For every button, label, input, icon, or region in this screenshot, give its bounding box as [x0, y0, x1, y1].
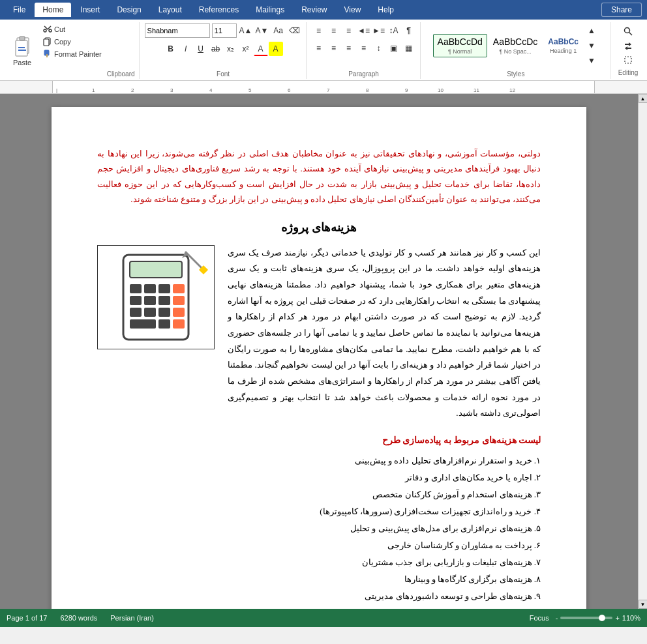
zoom-plus-button[interactable]: +: [615, 614, 619, 622]
bullets-button[interactable]: ≡: [312, 23, 326, 38]
font-size-input[interactable]: [212, 23, 237, 38]
calculator-svg: [104, 248, 208, 346]
style-heading1-preview: AaBbCc: [548, 37, 579, 46]
align-right-button[interactable]: ≡: [342, 41, 356, 55]
scroll-up-button[interactable]: ▲: [639, 94, 648, 103]
indent-increase-button[interactable]: ►≡: [372, 23, 386, 38]
styles-scroll-up[interactable]: ▲: [584, 23, 599, 38]
tab-design[interactable]: Design: [109, 3, 149, 17]
language: Persian (Iran): [110, 614, 154, 622]
paste-button[interactable]: Paste: [7, 23, 38, 78]
calculator-image: [97, 245, 215, 349]
superscript-button[interactable]: x²: [239, 42, 253, 56]
indent-decrease-button[interactable]: ◄≡: [357, 23, 371, 38]
scroll-down-button[interactable]: ▼: [639, 600, 648, 609]
style-no-spacing-label: ¶ No Spac...: [499, 48, 531, 55]
tab-view[interactable]: View: [337, 3, 369, 17]
tab-home[interactable]: Home: [35, 3, 71, 17]
svg-rect-27: [158, 319, 170, 329]
bold-button[interactable]: B: [164, 42, 178, 56]
svg-rect-23: [144, 308, 156, 317]
svg-rect-25: [173, 308, 185, 317]
sort-button[interactable]: ↕A: [387, 23, 401, 38]
style-no-spacing-preview: AaBbCcDc: [493, 37, 537, 48]
paragraph-top-row: ≡ ≡ ≡ ◄≡ ►≡ ↕A ¶: [312, 23, 416, 38]
underline-button[interactable]: U: [194, 42, 208, 56]
line-spacing-button[interactable]: ↕: [372, 41, 386, 55]
share-button[interactable]: Share: [601, 3, 642, 17]
style-heading1[interactable]: AaBbCc Heading 1: [543, 35, 583, 57]
section-title: هزینه‌های پروژه: [97, 220, 541, 235]
list-item: ۱. خرید و استقرار نرم‌افزارهای تحلیل داد…: [97, 452, 541, 469]
svg-rect-15: [144, 284, 156, 293]
list-item: ۸. هزینه‌های برگزاری کارگاه‌ها و وبیناره…: [97, 571, 541, 588]
font-name-row: A▲ A▼ Aa ⌫: [145, 23, 302, 38]
svg-rect-21: [173, 296, 185, 305]
styles-scroll-down[interactable]: ▼: [584, 38, 599, 53]
align-left-button[interactable]: ≡: [312, 41, 326, 55]
styles-group: AaBbCcDd ¶ Normal AaBbCcDc ¶ No Spac... …: [422, 22, 610, 79]
format-painter-icon: [43, 50, 52, 59]
zoom-slider[interactable]: [560, 617, 612, 619]
zoom-minus-button[interactable]: -: [556, 614, 558, 622]
svg-rect-11: [625, 57, 631, 63]
font-label: Font: [217, 68, 230, 78]
style-no-spacing[interactable]: AaBbCcDc ¶ No Spac...: [489, 34, 542, 58]
select-button[interactable]: [621, 54, 635, 66]
subscript-button[interactable]: x₂: [224, 42, 238, 56]
word-count: 6280 words: [60, 614, 97, 622]
editing-label: Editing: [618, 66, 639, 76]
svg-rect-28: [173, 319, 185, 329]
numbering-button[interactable]: ≡: [327, 23, 341, 38]
svg-rect-6: [44, 39, 49, 46]
tab-insert[interactable]: Insert: [72, 3, 108, 17]
borders-button[interactable]: ▦: [402, 41, 416, 55]
styles-more[interactable]: ▼: [584, 53, 599, 68]
find-button[interactable]: [621, 25, 635, 37]
copy-button[interactable]: Copy: [40, 36, 104, 48]
tab-layout[interactable]: Layout: [151, 3, 190, 17]
cut-label: Cut: [54, 25, 65, 33]
multilevel-button[interactable]: ≡: [342, 23, 356, 38]
cut-button[interactable]: Cut: [40, 23, 104, 35]
italic-button[interactable]: I: [179, 42, 193, 56]
section-body: این کسب و کار نیز همانند هر کسب و کار تو…: [228, 245, 541, 422]
document-container: دولتی، مؤسسات آموزشی، و نهادهای تحقیقاتی…: [0, 94, 647, 609]
svg-rect-3: [18, 47, 25, 48]
change-case-button[interactable]: Aa: [271, 23, 286, 38]
list-item: ۵. هزینه‌های نرم‌افزاری برای مدل‌های پیش…: [97, 520, 541, 537]
paragraph-label: Paragraph: [348, 68, 379, 78]
shading-button[interactable]: ▣: [387, 41, 401, 55]
strikethrough-button[interactable]: ab: [209, 42, 223, 56]
tab-mailings[interactable]: Mailings: [248, 3, 292, 17]
section-content: این کسب و کار نیز همانند هر کسب و کار تو…: [97, 245, 541, 422]
ribbon: Paste Cut Copy Format Painter Clipboard: [0, 20, 647, 81]
highlight-button[interactable]: A: [269, 42, 283, 56]
copy-label: Copy: [54, 38, 71, 46]
align-center-button[interactable]: ≡: [327, 41, 341, 55]
status-right: Focus - + 110%: [530, 614, 640, 622]
title-bar-tabs: File Home Insert Design Layout Reference…: [5, 3, 601, 17]
format-painter-button[interactable]: Format Painter: [40, 48, 104, 60]
increase-font-button[interactable]: A▲: [239, 23, 253, 38]
show-marks-button[interactable]: ¶: [402, 23, 416, 38]
justify-button[interactable]: ≡: [357, 41, 371, 55]
style-normal[interactable]: AaBbCcDd ¶ Normal: [433, 34, 487, 58]
font-color-button[interactable]: A: [254, 42, 268, 56]
tab-help[interactable]: Help: [370, 3, 402, 17]
status-bar: Page 1 of 17 6280 words Persian (Iran) F…: [0, 609, 647, 627]
list-item: ۴. خرید و راه‌اندازی تجهیزات سخت‌افزاری …: [97, 503, 541, 520]
focus-label[interactable]: Focus: [530, 614, 549, 622]
replace-button[interactable]: [621, 40, 635, 51]
svg-rect-13: [130, 261, 182, 278]
tab-review[interactable]: Review: [293, 3, 335, 17]
tab-references[interactable]: References: [191, 3, 247, 17]
clear-format-button[interactable]: ⌫: [288, 23, 302, 38]
list-item: ۶. پرداخت به مشاوران و کارشناسان خارجی: [97, 537, 541, 554]
font-name-input[interactable]: [145, 23, 210, 38]
document-page[interactable]: دولتی، مؤسسات آموزشی، و نهادهای تحقیقاتی…: [52, 107, 586, 609]
decrease-font-button[interactable]: A▼: [255, 23, 269, 38]
replace-icon: [624, 41, 633, 50]
ribbon-content: Paste Cut Copy Format Painter Clipboard: [0, 20, 647, 80]
tab-file[interactable]: File: [5, 3, 33, 17]
